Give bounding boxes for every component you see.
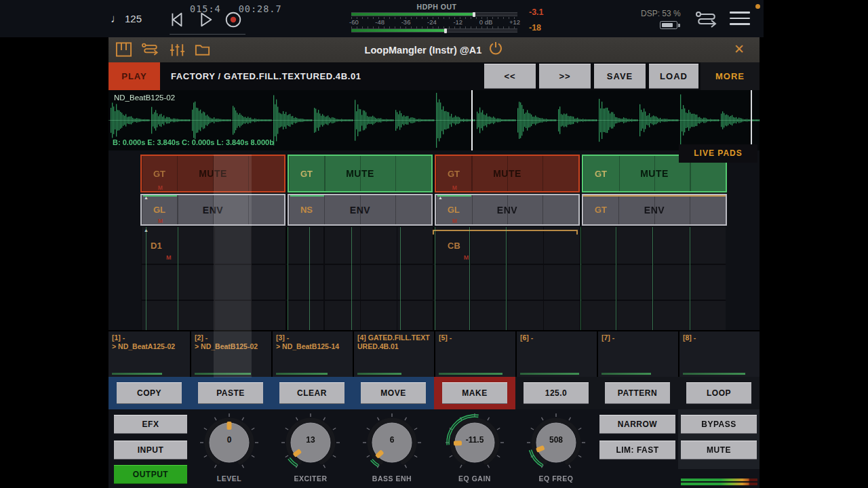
pad-label: ENV bbox=[436, 205, 578, 216]
next-preset-button[interactable]: >> bbox=[539, 64, 591, 89]
plugin-title-row: LoopMangler (Instr) @A1 bbox=[108, 37, 760, 62]
make-button[interactable]: MAKE bbox=[442, 382, 507, 404]
bass-enh-knob[interactable]: 6 BASS ENH bbox=[359, 412, 425, 488]
pad-label: MUTE bbox=[583, 168, 726, 179]
signal-flow-button[interactable] bbox=[693, 10, 720, 31]
pad-label: ENV bbox=[142, 205, 284, 216]
waveform-display[interactable]: ND_BeatB125-02 B: 0.000s E: 3.840s C: 0.… bbox=[108, 90, 760, 150]
skip-back-icon bbox=[172, 14, 181, 26]
meter-bar-right bbox=[351, 28, 517, 33]
slot-6[interactable]: [6] - bbox=[515, 331, 597, 377]
slot-4[interactable]: [4] GATED.FILL.TEXTURED.4B.01 bbox=[353, 331, 434, 377]
playback-highlight bbox=[214, 155, 252, 378]
playhead-marker[interactable] bbox=[471, 90, 473, 150]
slot-list: [1] -> ND_BeatA125-02 [2] -> ND_BeatB125… bbox=[108, 330, 760, 377]
menu-icon bbox=[730, 12, 750, 14]
battery-icon bbox=[660, 21, 677, 29]
slot-mini-meter bbox=[601, 373, 651, 375]
slot-8[interactable]: [8] - bbox=[678, 331, 760, 377]
live-pads-button[interactable]: LIVE PADS bbox=[679, 144, 757, 163]
output-tab[interactable]: OUTPUT bbox=[114, 465, 187, 484]
meter-scale: -60 -48 -36 -24 -12 0 dB +12 bbox=[349, 18, 520, 26]
pad-mute-2[interactable]: GT MUTE bbox=[288, 155, 433, 192]
slot-mini-meter bbox=[439, 373, 502, 375]
loop-button[interactable]: LOOP bbox=[686, 382, 751, 404]
prev-preset-button[interactable]: << bbox=[484, 64, 536, 89]
sample-loop-info: B: 0.000s E: 3.840s C: 0.000s L: 3.840s … bbox=[113, 138, 274, 146]
knob-value: 6 bbox=[359, 435, 425, 445]
pad-env-2[interactable]: NS ENV bbox=[288, 194, 433, 226]
efx-tab[interactable]: EFX bbox=[114, 415, 187, 434]
output-level-meter-left bbox=[681, 479, 757, 481]
slot-1[interactable]: [1] -> ND_BeatA125-02 bbox=[108, 331, 190, 377]
pad-label: MUTE bbox=[289, 168, 431, 179]
menu-button[interactable] bbox=[730, 12, 750, 29]
mute-marker: M bbox=[464, 254, 469, 261]
slot-mini-meter bbox=[357, 373, 401, 375]
mute-marker: M bbox=[158, 218, 163, 224]
preset-path[interactable]: FACTORY / GATED.FILL.TEXTURED.4B.01 bbox=[171, 62, 361, 90]
app-screen: ♩125 015:4 00:28.7 HDPH OUT -60 bbox=[0, 0, 868, 488]
exciter-knob[interactable]: 13 EXCITER bbox=[278, 412, 343, 488]
knob-label: BASS ENH bbox=[359, 474, 425, 483]
output-level-meter-right bbox=[681, 483, 757, 485]
slot-5[interactable]: [5] - bbox=[434, 331, 515, 377]
close-button[interactable]: ✕ bbox=[734, 41, 745, 57]
play-button[interactable] bbox=[195, 10, 214, 29]
move-button[interactable]: MOVE bbox=[361, 382, 426, 404]
play-preset-button[interactable]: PLAY bbox=[108, 62, 160, 90]
pad-label: ENV bbox=[289, 205, 431, 216]
headphone-meter: HDPH OUT -60 -48 -36 -24 -12 0 dB +12 bbox=[348, 3, 526, 35]
clear-button[interactable]: CLEAR bbox=[279, 382, 344, 404]
level-knob[interactable]: 0 LEVEL bbox=[197, 412, 262, 488]
knob-label: EQ GAIN bbox=[442, 474, 507, 483]
loop-end-marker[interactable] bbox=[751, 90, 752, 150]
transport-underline bbox=[170, 34, 245, 35]
bypass-button[interactable]: BYPASS bbox=[681, 415, 757, 434]
plugin-title: LoopMangler (Instr) @A1 bbox=[365, 45, 482, 56]
more-button[interactable]: MORE bbox=[701, 62, 760, 90]
copy-button[interactable]: COPY bbox=[117, 382, 182, 404]
pad-env-3[interactable]: ▲ GL ENV M bbox=[435, 194, 580, 226]
bpm-button[interactable]: 125.0 bbox=[524, 382, 589, 404]
pad-env-4[interactable]: GT ENV bbox=[582, 194, 727, 226]
skip-back-button[interactable] bbox=[167, 10, 186, 29]
input-tab[interactable]: INPUT bbox=[114, 441, 187, 460]
grid-tag-cb[interactable]: CB bbox=[448, 241, 460, 251]
paste-button[interactable]: PASTE bbox=[198, 382, 263, 404]
mute-marker: M bbox=[158, 184, 163, 191]
slot-3[interactable]: [3] -> ND_BeatB125-14 bbox=[271, 331, 353, 377]
mute-marker: M bbox=[166, 254, 172, 261]
pattern-button[interactable]: PATTERN bbox=[605, 382, 670, 404]
pad-label: MUTE bbox=[436, 168, 578, 179]
pad-env-1[interactable]: ▲ GL ENV M bbox=[140, 194, 285, 226]
transport-controls bbox=[167, 10, 243, 29]
tempo-value: 125 bbox=[125, 13, 142, 24]
narrow-button[interactable]: NARROW bbox=[599, 415, 675, 434]
mute-button[interactable]: MUTE bbox=[681, 441, 757, 460]
pad-mute-3[interactable]: GT MUTE M bbox=[435, 155, 580, 192]
pad-label: ENV bbox=[583, 205, 726, 216]
record-button[interactable] bbox=[224, 10, 243, 29]
eq-freq-knob[interactable]: 508 EQ FREQ bbox=[524, 412, 589, 488]
meter-bar-left bbox=[351, 12, 517, 16]
meter-label: HDPH OUT bbox=[348, 3, 526, 11]
slot-7[interactable]: [7] - bbox=[597, 331, 678, 377]
slot-mini-meter bbox=[683, 373, 745, 375]
slot-mini-meter bbox=[112, 373, 162, 375]
pad-mute-1[interactable]: GT MUTE M bbox=[140, 155, 285, 192]
mute-marker: M bbox=[452, 218, 457, 224]
cb-range-bracket bbox=[433, 230, 578, 235]
power-button[interactable] bbox=[488, 41, 503, 59]
sample-name: ND_BeatB125-02 bbox=[114, 94, 175, 102]
limiter-button[interactable]: LIM: FAST bbox=[599, 441, 675, 460]
knob-value: -11.5 bbox=[442, 435, 507, 445]
load-button[interactable]: LOAD bbox=[649, 64, 698, 89]
grid-tag-d1[interactable]: D1 bbox=[151, 241, 162, 251]
play-icon bbox=[201, 14, 211, 26]
peak-value-right: -18 bbox=[529, 23, 541, 33]
tempo-display[interactable]: ♩125 bbox=[111, 12, 142, 26]
clock-time: 00:28.7 bbox=[239, 3, 282, 14]
save-button[interactable]: SAVE bbox=[594, 64, 646, 89]
eq-gain-knob[interactable]: -11.5 EQ GAIN bbox=[442, 412, 507, 488]
